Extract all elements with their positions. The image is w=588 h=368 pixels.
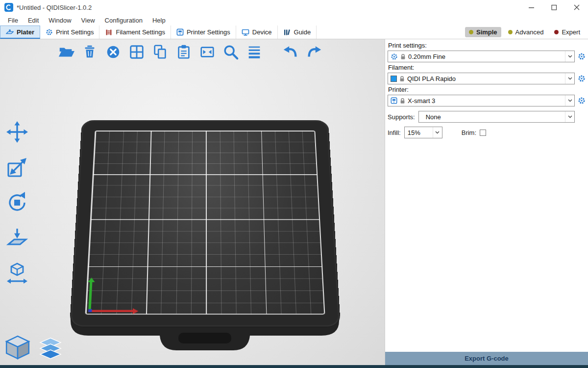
mode-expert[interactable]: Expert — [550, 27, 584, 37]
search-button[interactable] — [220, 41, 242, 63]
mode-advanced[interactable]: Advanced — [504, 27, 548, 37]
rotate-icon — [5, 190, 29, 215]
axis-y-indicator — [88, 282, 92, 312]
chevron-down-icon — [565, 111, 574, 122]
maximize-icon — [551, 4, 557, 10]
solid-view-button[interactable] — [4, 334, 31, 361]
arrange-button[interactable] — [125, 41, 147, 63]
tab-filament-settings[interactable]: Filament Settings — [99, 26, 171, 39]
brim-label: Brim: — [462, 129, 476, 136]
window-title: *Untitled - QIDISlicer-1.0.2 — [17, 4, 92, 11]
move-tool-button[interactable] — [3, 118, 31, 146]
print-settings-gear-button[interactable] — [577, 51, 586, 62]
menu-view[interactable]: View — [76, 16, 100, 25]
place-on-face-tool-button[interactable] — [3, 224, 31, 252]
open-file-button[interactable] — [55, 41, 77, 63]
minimize-button[interactable] — [520, 0, 543, 15]
close-button[interactable] — [565, 0, 588, 15]
scale-tool-button[interactable] — [3, 153, 31, 182]
rotate-tool-button[interactable] — [3, 188, 31, 217]
paste-icon — [175, 44, 192, 60]
menubar: File Edit Window View Configuration Help — [0, 15, 588, 26]
open-folder-icon — [58, 44, 74, 60]
tab-print-settings[interactable]: Print Settings — [40, 26, 99, 39]
axis-x-indicator — [88, 310, 133, 312]
window-controls — [520, 0, 588, 15]
tab-plater[interactable]: Plater — [0, 26, 40, 39]
gear-icon — [578, 75, 586, 82]
measure-tool-button[interactable] — [3, 259, 31, 288]
printer-icon — [176, 28, 184, 36]
supports-combo[interactable]: None — [418, 111, 575, 123]
redo-button[interactable] — [303, 41, 325, 63]
mode-label: Simple — [476, 28, 497, 36]
tab-label: Guide — [294, 28, 311, 36]
paste-button[interactable] — [172, 41, 195, 63]
print-bed-frame — [70, 120, 340, 326]
mode-label: Expert — [562, 28, 580, 36]
arrange-icon — [128, 44, 145, 60]
tab-label: Plater — [17, 28, 34, 36]
undo-icon — [282, 44, 299, 60]
gear-icon — [578, 53, 586, 60]
lock-icon — [399, 76, 405, 82]
mode-simple[interactable]: Simple — [465, 27, 501, 37]
menu-window[interactable]: Window — [44, 16, 76, 25]
variable-layer-height-button[interactable] — [243, 41, 265, 63]
copy-button[interactable] — [149, 41, 171, 63]
filament-row: QIDI PLA Rapido — [388, 73, 586, 84]
search-icon — [222, 44, 239, 60]
delete-all-icon — [105, 44, 122, 60]
delete-icon — [81, 44, 98, 60]
app-window: *Untitled - QIDISlicer-1.0.2 File Edit W… — [0, 0, 588, 368]
print-bed-grid — [85, 131, 325, 315]
main-area: Print settings: 0.20mm Fine Filament: QI… — [0, 39, 588, 365]
print-settings-value: 0.20mm Fine — [408, 53, 563, 60]
gear-icon — [578, 97, 586, 105]
advanced-mode-dot — [508, 30, 513, 34]
tab-printer-settings[interactable]: Printer Settings — [171, 26, 236, 39]
brim-checkbox[interactable] — [480, 130, 486, 136]
tab-label: Filament Settings — [116, 28, 165, 36]
lock-icon — [400, 98, 405, 104]
maximize-button[interactable] — [543, 0, 565, 15]
printer-row: X-smart 3 — [388, 95, 586, 106]
printer-combo[interactable]: X-smart 3 — [388, 95, 575, 106]
filament-spool-icon — [105, 28, 113, 36]
split-objects-button[interactable] — [196, 41, 218, 63]
tab-label: Print Settings — [56, 28, 94, 36]
chevron-down-icon — [565, 95, 574, 106]
axis-z-indicator — [88, 309, 92, 312]
move-icon — [5, 120, 29, 144]
3d-viewport[interactable] — [0, 39, 385, 365]
simple-mode-dot — [469, 30, 473, 34]
tab-label: Device — [252, 28, 272, 36]
mode-selector: Simple Advanced Expert — [465, 26, 588, 39]
redo-icon — [306, 44, 322, 60]
tab-guide[interactable]: Guide — [278, 26, 317, 39]
printer-gear-button[interactable] — [577, 95, 586, 106]
undo-button[interactable] — [279, 41, 301, 63]
print-settings-combo[interactable]: 0.20mm Fine — [388, 51, 575, 62]
delete-button[interactable] — [78, 41, 100, 63]
gear-icon — [391, 53, 398, 60]
menu-edit[interactable]: Edit — [23, 16, 44, 25]
filament-label: Filament: — [388, 64, 586, 71]
layers-preview-button[interactable] — [38, 337, 63, 361]
menu-file[interactable]: File — [3, 16, 23, 25]
filament-gear-button[interactable] — [577, 73, 586, 84]
filament-value: QIDI PLA Rapido — [407, 75, 563, 82]
chevron-down-icon — [565, 51, 574, 62]
infill-label: Infill: — [388, 129, 401, 136]
gizmo-toolbar — [3, 118, 31, 288]
gear-icon — [46, 28, 53, 36]
tab-device[interactable]: Device — [236, 26, 278, 39]
infill-combo[interactable]: 15% — [404, 127, 442, 138]
lock-icon — [400, 53, 406, 60]
delete-all-button[interactable] — [102, 41, 124, 63]
expert-mode-dot — [554, 30, 559, 34]
menu-configuration[interactable]: Configuration — [100, 16, 147, 25]
filament-combo[interactable]: QIDI PLA Rapido — [388, 73, 575, 84]
menu-help[interactable]: Help — [147, 16, 171, 25]
export-gcode-button[interactable]: Export G-code — [385, 352, 588, 365]
